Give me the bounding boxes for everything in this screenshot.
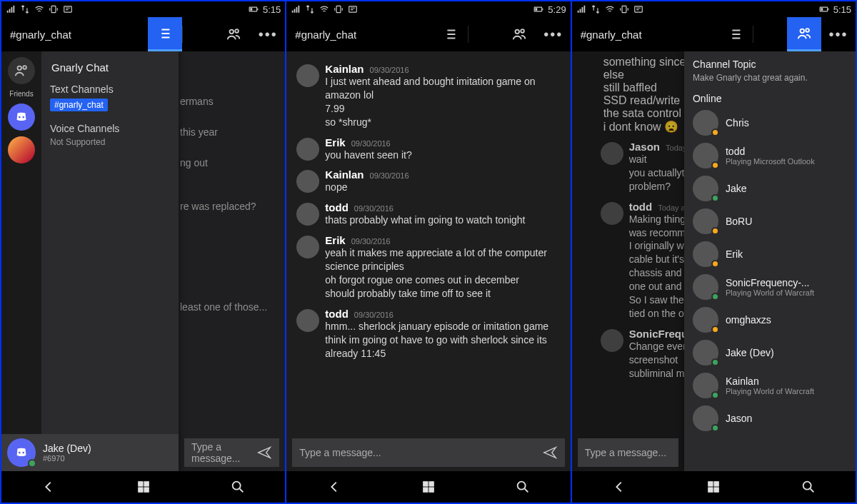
message-text: you havent seen it? bbox=[325, 148, 560, 162]
member-item[interactable]: KainlanPlaying World of Warcraft bbox=[693, 373, 847, 398]
member-item[interactable]: Jason bbox=[693, 405, 847, 431]
member-list[interactable]: ChristoddPlaying Microsoft OutlookJakeBo… bbox=[693, 110, 847, 431]
message-author[interactable]: Erik bbox=[325, 234, 345, 246]
member-item[interactable]: toddPlaying Microsoft Outlook bbox=[693, 143, 847, 168]
status-dot-idle bbox=[711, 326, 719, 333]
member-item[interactable]: omghaxzs bbox=[693, 307, 847, 333]
message[interactable]: Erik09/30/2016you havent seen it? bbox=[296, 136, 560, 162]
message-author[interactable]: Erik bbox=[325, 136, 345, 148]
more-button[interactable]: ••• bbox=[821, 17, 856, 51]
member-playing: Playing Microsoft Outlook bbox=[726, 157, 815, 166]
message-input-bar[interactable]: Type a message... bbox=[578, 438, 678, 467]
message[interactable]: todd09/30/2016hmm... sherlock january ep… bbox=[296, 308, 560, 361]
home-icon[interactable] bbox=[706, 479, 721, 495]
member-avatar[interactable] bbox=[693, 340, 718, 366]
text-channels-header[interactable]: Text Channels bbox=[50, 84, 170, 95]
member-avatar[interactable] bbox=[693, 110, 718, 136]
message[interactable]: todd09/30/2016thats probably what im goi… bbox=[296, 201, 560, 227]
more-button[interactable]: ••• bbox=[251, 17, 285, 51]
message-author[interactable]: Kainlan bbox=[325, 168, 364, 181]
dim-overlay[interactable] bbox=[179, 51, 285, 471]
send-icon[interactable] bbox=[256, 445, 272, 460]
dim-overlay[interactable] bbox=[572, 51, 684, 471]
search-icon[interactable] bbox=[230, 479, 246, 495]
server-button[interactable] bbox=[8, 136, 35, 163]
voice-not-supported: Not Supported bbox=[50, 137, 170, 147]
message-body: Kainlan09/30/2016nope bbox=[325, 168, 560, 194]
member-item[interactable]: Erik bbox=[693, 241, 847, 267]
message-input[interactable]: Type a message... bbox=[191, 441, 256, 464]
back-icon[interactable] bbox=[611, 479, 627, 495]
member-item[interactable]: Chris bbox=[693, 110, 847, 136]
channel-item[interactable]: #gnarly_chat bbox=[50, 99, 108, 111]
friends-icon bbox=[14, 63, 29, 79]
member-avatar[interactable] bbox=[693, 405, 718, 431]
message-avatar[interactable] bbox=[296, 170, 319, 193]
message-text: nope bbox=[325, 181, 560, 194]
user-name: Jake (Dev) bbox=[43, 443, 91, 454]
member-avatar[interactable] bbox=[693, 274, 718, 300]
message-input-bar[interactable]: Type a message... bbox=[184, 438, 279, 467]
member-avatar[interactable] bbox=[693, 176, 718, 201]
member-avatar[interactable] bbox=[693, 241, 718, 267]
member-item[interactable]: Jake (Dev) bbox=[693, 340, 847, 366]
channels-drawer-button[interactable] bbox=[148, 17, 182, 51]
message-avatar[interactable] bbox=[296, 309, 319, 332]
user-bar[interactable]: Jake (Dev) #6970 bbox=[1, 434, 179, 471]
message[interactable]: Erik09/30/2016yeah it makes me appreciat… bbox=[296, 234, 560, 301]
member-name: Kainlan bbox=[726, 376, 814, 387]
back-icon[interactable] bbox=[41, 479, 56, 495]
member-avatar[interactable] bbox=[693, 208, 718, 234]
members-drawer-button[interactable] bbox=[787, 17, 821, 51]
server-button[interactable] bbox=[8, 104, 35, 131]
member-item[interactable]: BoRU bbox=[693, 208, 847, 234]
channels-drawer-button[interactable] bbox=[718, 17, 753, 51]
member-item[interactable]: SonicFrequency-...Playing World of Warcr… bbox=[693, 274, 847, 300]
message-input[interactable]: Type a message... bbox=[299, 447, 541, 458]
svg-point-8 bbox=[23, 66, 26, 69]
member-avatar[interactable] bbox=[693, 307, 718, 333]
battery-icon bbox=[249, 4, 259, 14]
svg-point-6 bbox=[236, 29, 239, 33]
message[interactable]: Kainlan09/30/2016I just went ahead and b… bbox=[296, 63, 560, 129]
message-avatar[interactable] bbox=[296, 138, 319, 161]
message-author[interactable]: todd bbox=[325, 308, 348, 320]
user-avatar[interactable] bbox=[7, 438, 36, 467]
svg-rect-25 bbox=[424, 482, 428, 486]
friends-label: Friends bbox=[9, 90, 33, 98]
message-avatar[interactable] bbox=[296, 203, 319, 226]
members-drawer-button[interactable] bbox=[502, 17, 536, 51]
svg-point-7 bbox=[18, 66, 22, 71]
channels-drawer-button[interactable] bbox=[433, 17, 468, 51]
voice-channels-header[interactable]: Voice Channels bbox=[50, 123, 170, 134]
phone-screen-2: 5:29 #gnarly_chat ••• Kainlan09/30/2016I… bbox=[286, 1, 570, 503]
members-drawer-button[interactable] bbox=[216, 17, 251, 51]
data-icon bbox=[591, 4, 601, 14]
nav-bar bbox=[572, 471, 856, 503]
message-input-bar[interactable]: Type a message... bbox=[292, 438, 564, 467]
svg-rect-30 bbox=[622, 6, 626, 12]
send-icon[interactable] bbox=[542, 445, 558, 460]
more-button[interactable]: ••• bbox=[536, 17, 571, 51]
app-header: #gnarly_chat ••• bbox=[572, 17, 856, 51]
message-author[interactable]: todd bbox=[325, 201, 348, 213]
message-list[interactable]: Kainlan09/30/2016I just went ahead and b… bbox=[286, 51, 570, 471]
message[interactable]: Kainlan09/30/2016nope bbox=[296, 168, 560, 194]
channel-name[interactable]: #gnarly_chat bbox=[572, 29, 718, 41]
message-avatar[interactable] bbox=[296, 236, 319, 258]
member-avatar[interactable] bbox=[693, 143, 718, 168]
home-icon[interactable] bbox=[136, 479, 151, 495]
friends-button[interactable] bbox=[8, 57, 35, 84]
back-icon[interactable] bbox=[326, 479, 342, 495]
message-author[interactable]: Kainlan bbox=[325, 63, 364, 75]
search-icon[interactable] bbox=[515, 479, 531, 495]
home-icon[interactable] bbox=[421, 479, 436, 495]
member-item[interactable]: Jake bbox=[693, 176, 847, 201]
message-input[interactable]: Type a message... bbox=[585, 447, 671, 458]
channel-name[interactable]: #gnarly_chat bbox=[286, 29, 433, 41]
message-avatar[interactable] bbox=[296, 64, 319, 87]
channel-name[interactable]: #gnarly_chat bbox=[1, 29, 148, 41]
status-dot-idle bbox=[711, 128, 719, 136]
search-icon[interactable] bbox=[801, 479, 816, 495]
member-avatar[interactable] bbox=[693, 373, 718, 398]
